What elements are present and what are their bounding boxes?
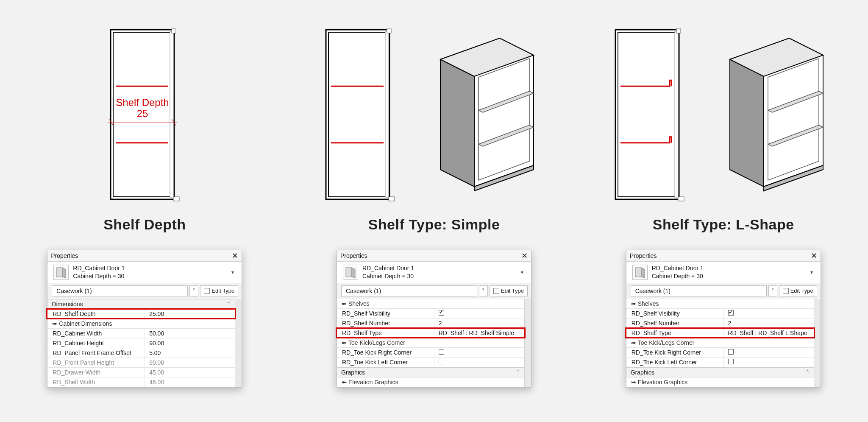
drawing-area: Shelf Depth25	[98, 21, 191, 204]
property-row[interactable]: RD_Cabinet Height 90.00	[47, 338, 235, 348]
property-row[interactable]: RD_Toe Kick Right Corner	[626, 348, 814, 358]
property-subgroup-header[interactable]: ▸▸▸Toe Kick/Legs Corner	[337, 338, 524, 348]
property-row[interactable]: RD_Shelf Visibility	[626, 309, 814, 319]
property-value[interactable]: 46.00	[145, 377, 235, 387]
category-selector[interactable]: Casework (1)	[341, 285, 477, 296]
scrollbar[interactable]	[524, 299, 531, 387]
property-group-header[interactable]: Graphics⌃	[626, 367, 814, 377]
property-group-header[interactable]: Dimensions⌃	[47, 299, 235, 309]
property-name: RD_Shelf Depth	[47, 309, 145, 319]
property-subgroup-header[interactable]: ▸▸▸Elevation Graphics	[626, 377, 814, 387]
property-name: RD_Shelf Number	[337, 319, 434, 328]
property-value[interactable]: 25.00	[145, 309, 235, 319]
checkbox-icon[interactable]	[728, 349, 734, 355]
property-value[interactable]: 2	[724, 319, 814, 328]
svg-rect-3	[172, 29, 176, 33]
svg-marker-22	[440, 59, 474, 187]
category-selector[interactable]: Casework (1)	[52, 285, 188, 296]
property-name: RD_Shelf Type	[337, 328, 434, 338]
property-value[interactable]	[724, 358, 814, 367]
property-value[interactable]: 50.00	[145, 329, 235, 338]
property-row[interactable]: RD_Shelf Depth 25.00	[47, 309, 235, 319]
property-name: RD_Toe Kick Right Corner	[337, 348, 434, 357]
property-subgroup-header[interactable]: ▸▸▸Elevation Graphics	[337, 377, 524, 387]
close-icon[interactable]: ✕	[811, 252, 817, 260]
edit-type-button[interactable]: Edit Type	[200, 285, 238, 296]
scrollbar[interactable]	[814, 299, 821, 387]
chevron-down-icon[interactable]: ▾	[810, 269, 815, 275]
property-value[interactable]	[434, 358, 524, 367]
chevron-down-icon[interactable]: ▾	[231, 269, 236, 275]
property-group-header[interactable]: Graphics⌃	[337, 367, 524, 377]
property-row[interactable]: RD_Front Panel Height 90.00	[47, 358, 235, 368]
close-icon[interactable]: ✕	[232, 252, 238, 260]
chevron-down-icon[interactable]: ▾	[521, 269, 525, 275]
type-selector-row[interactable]: RD_Cabinet Door 1Cabinet Depth = 30 ▾	[47, 262, 242, 283]
property-row[interactable]: RD_Shelf Type RD_Shelf : RD_Shelf L Shap…	[626, 328, 814, 338]
drawing-area	[317, 21, 551, 204]
property-row[interactable]: RD_Toe Kick Right Corner	[337, 348, 524, 358]
checkbox-icon[interactable]	[728, 359, 734, 364]
edit-type-button[interactable]: Edit Type	[490, 285, 528, 296]
properties-panel: Properties ✕ RD_Cabinet Door 1Cabinet De…	[47, 250, 242, 388]
checkbox-icon[interactable]	[439, 310, 444, 316]
property-value[interactable]: 45.00	[145, 368, 235, 377]
property-row[interactable]: RD_Toe Kick Left Corner	[337, 358, 524, 367]
property-name: RD_Shelf Width	[47, 377, 145, 387]
property-row[interactable]: RD_Shelf Number 2	[337, 319, 524, 328]
property-row[interactable]: RD_Shelf Width 46.00	[47, 377, 235, 387]
close-icon[interactable]: ✕	[521, 252, 528, 260]
chevron-down-icon[interactable]: ˅	[189, 285, 198, 296]
type-selector-row[interactable]: RD_Cabinet Door 1Cabinet Depth = 30 ▾	[337, 262, 531, 283]
property-value[interactable]: 90.00	[145, 338, 235, 348]
property-subgroup-header[interactable]: ▸▸▸Shelves	[337, 299, 524, 309]
property-row[interactable]: RD_Panel Front Frame Offset 5.00	[47, 348, 235, 358]
edit-type-icon	[493, 288, 499, 294]
edit-type-button[interactable]: Edit Type	[779, 285, 817, 296]
svg-rect-17	[387, 29, 391, 33]
property-value[interactable]	[434, 309, 524, 318]
type-selector-row[interactable]: RD_Cabinet Door 1Cabinet Depth = 30 ▾	[626, 262, 821, 283]
property-row[interactable]: RD_Drawer Width 45.00	[47, 368, 235, 377]
property-subgroup-header[interactable]: ▸▸▸Cabinet Dimensions	[47, 319, 235, 329]
property-value[interactable]: 90.00	[145, 358, 235, 367]
type-thumbnail-icon	[632, 265, 648, 280]
cabinet-front-elevation	[607, 25, 687, 204]
property-value[interactable]: RD_Shelf : RD_Shelf L Shape	[724, 328, 814, 338]
chevron-down-icon[interactable]: ˅	[479, 285, 488, 296]
property-value[interactable]: 5.00	[145, 348, 235, 358]
property-name: RD_Panel Front Frame Offset	[47, 348, 145, 358]
svg-rect-28	[346, 268, 352, 277]
figure-caption: Shelf Type: L-Shape	[653, 216, 794, 233]
property-subgroup-header[interactable]: ▸▸▸Shelves	[626, 299, 814, 309]
property-value[interactable]	[724, 309, 814, 318]
category-selector[interactable]: Casework (1)	[631, 285, 767, 296]
drawing-area	[607, 21, 840, 204]
property-name: RD_Shelf Visibility	[626, 309, 724, 318]
checkbox-icon[interactable]	[439, 359, 444, 364]
chevron-down-icon[interactable]: ˅	[768, 285, 777, 296]
property-row[interactable]: RD_Shelf Type RD_Shelf : RD_Shelf Simple	[337, 328, 524, 338]
property-row[interactable]: RD_Toe Kick Left Corner	[626, 358, 814, 367]
property-name: RD_Cabinet Width	[47, 329, 145, 338]
panel-title: Properties	[340, 252, 367, 259]
property-name: RD_Toe Kick Left Corner	[337, 358, 434, 367]
property-row[interactable]: RD_Cabinet Width 50.00	[47, 329, 235, 338]
property-row[interactable]: RD_Shelf Visibility	[337, 309, 524, 319]
edit-type-icon	[783, 288, 789, 294]
property-row[interactable]: RD_Shelf Number 2	[626, 319, 814, 328]
svg-rect-42	[635, 268, 641, 277]
svg-rect-34	[678, 197, 684, 201]
svg-marker-43	[641, 268, 645, 278]
property-value[interactable]	[724, 348, 814, 357]
scrollbar[interactable]	[235, 299, 242, 387]
checkbox-icon[interactable]	[439, 349, 444, 355]
property-value[interactable]: RD_Shelf : RD_Shelf Simple	[434, 328, 524, 338]
property-value[interactable]	[434, 348, 524, 357]
property-value[interactable]: 2	[434, 319, 524, 328]
property-name: RD_Toe Kick Right Corner	[626, 348, 724, 357]
properties-panel: Properties ✕ RD_Cabinet Door 1Cabinet De…	[626, 250, 821, 388]
checkbox-icon[interactable]	[728, 310, 734, 316]
property-subgroup-header[interactable]: ▸▸▸Toe Kick/Legs Corner	[626, 338, 814, 348]
cabinet-isometric-view	[704, 25, 840, 204]
